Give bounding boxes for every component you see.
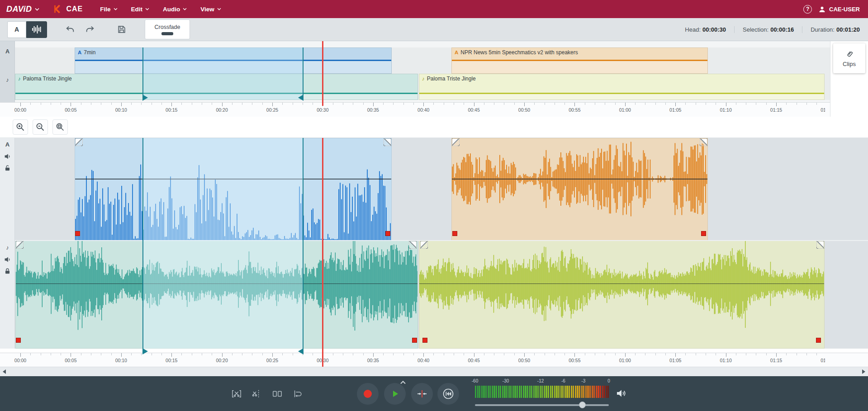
overview-clip-jingle-2[interactable]: ♪ Paloma Triste Jingle [419, 74, 825, 100]
music-note-icon: ♪ [422, 76, 425, 81]
overview-selection-region[interactable] [142, 47, 304, 100]
monitor-speaker-button[interactable] [616, 388, 627, 400]
selection-start-marker[interactable] [142, 348, 148, 354]
clip-lower-shade [419, 94, 824, 100]
user-icon [818, 5, 826, 13]
undo-icon [65, 24, 75, 34]
clip-end-marker[interactable] [816, 338, 821, 343]
clip-jingle-2[interactable] [419, 241, 825, 349]
time-info: Head:00:00:30 Selection:00:00:16 Duratio… [677, 18, 868, 41]
horizontal-scrollbar[interactable] [0, 367, 868, 376]
waveform-mode-button[interactable] [26, 21, 47, 38]
help-label: ? [806, 6, 809, 12]
volume-slider-track[interactable] [475, 404, 609, 406]
main-ruler[interactable]: 00:0000:0500:1000:1500:2000:2500:3000:35… [0, 353, 868, 367]
cut-at-playhead-button[interactable] [251, 389, 262, 400]
zoom-fit-button[interactable] [52, 119, 68, 135]
a-mode-button[interactable]: A [7, 21, 26, 38]
skip-to-start-button[interactable] [437, 383, 459, 405]
menu-audio[interactable]: Audio [163, 6, 187, 13]
ruler-minor-ticks [20, 103, 825, 105]
zoom-in-button[interactable] [13, 119, 28, 135]
scroll-right-button[interactable] [862, 369, 865, 374]
fade-out-handle[interactable] [409, 241, 417, 249]
menu-file-label: File [100, 6, 110, 13]
revert-edit-button[interactable] [292, 389, 303, 400]
fade-in-handle[interactable] [420, 241, 428, 249]
track-editor: A ♪ [0, 138, 868, 349]
selection-end-marker[interactable] [298, 348, 304, 354]
zero-line [419, 283, 824, 284]
save-button[interactable] [115, 23, 128, 36]
waveform-icon [32, 25, 42, 34]
volume-slider-thumb[interactable] [579, 402, 586, 408]
selection-start-marker[interactable] [142, 94, 148, 101]
david-logo[interactable]: DAViD [6, 5, 39, 14]
redo-button[interactable] [83, 23, 97, 36]
chevron-down-icon [35, 8, 39, 11]
overview-clip-npr-title: A NPR News 5min Speechmatics v2 with spe… [455, 49, 706, 56]
transport-bar: -60-30-12-6-30 [0, 376, 868, 411]
clip-start-marker[interactable] [422, 338, 427, 343]
cut-at-playhead-icon [251, 389, 262, 399]
selection-region[interactable] [142, 138, 304, 349]
play-options-caret[interactable] [400, 379, 406, 386]
undo-button[interactable] [63, 23, 77, 36]
help-button[interactable]: ? [803, 5, 812, 14]
menu-file[interactable]: File [100, 6, 117, 13]
chevron-up-icon [400, 381, 406, 384]
paperclip-icon [843, 47, 855, 60]
split-clip-button[interactable] [272, 389, 283, 400]
fade-out-handle[interactable] [384, 138, 391, 146]
clip-end-marker[interactable] [701, 231, 706, 236]
crossfade-icon [161, 32, 173, 35]
meter-scale-label: -12 [537, 378, 544, 383]
clips-button[interactable]: Clips [833, 43, 865, 73]
menu-audio-label: Audio [163, 6, 180, 13]
fade-out-handle[interactable] [700, 138, 707, 146]
scroll-left-button[interactable] [3, 369, 6, 374]
user-menu[interactable]: CAE-USER [818, 5, 860, 13]
go-to-playhead-icon [417, 389, 427, 398]
clip-npr[interactable] [451, 138, 708, 241]
playhead[interactable] [322, 138, 323, 367]
waveform-jingle-2-canvas [419, 241, 824, 348]
fade-out-handle[interactable] [816, 241, 824, 249]
track-a-unlock-icon[interactable] [0, 165, 15, 171]
track-music-label: ♪ [0, 244, 15, 251]
overview-playhead[interactable] [322, 41, 323, 106]
zoom-out-button[interactable] [33, 119, 48, 135]
menu-edit[interactable]: Edit [131, 6, 150, 13]
overview-clip-jingle-2-title: ♪ Paloma Triste Jingle [422, 76, 822, 82]
track-music-lock-icon[interactable] [0, 268, 15, 274]
go-to-playhead-button[interactable] [411, 383, 433, 405]
revert-edit-icon [292, 389, 303, 399]
record-button[interactable] [357, 383, 379, 405]
clip-start-marker[interactable] [16, 338, 21, 343]
play-button[interactable] [384, 383, 406, 405]
selection-time: Selection:00:00:16 [734, 26, 802, 33]
track-a-speaker-icon[interactable] [0, 153, 15, 160]
fade-in-handle[interactable] [75, 138, 83, 146]
fade-in-handle[interactable] [452, 138, 460, 146]
speaker-icon [616, 388, 627, 398]
clip-end-marker[interactable] [412, 338, 417, 343]
crossfade-label: Crossfade [155, 24, 180, 30]
cae-brand: CAE [53, 4, 83, 14]
cut-selection-button[interactable] [231, 389, 242, 400]
fade-in-handle[interactable] [16, 241, 24, 249]
selection-end-marker[interactable] [298, 94, 304, 101]
menu-view[interactable]: View [200, 6, 221, 13]
toolbar: A Crossfade Head:00:00:30 Selection:00: [0, 18, 868, 41]
overview-clip-npr[interactable]: A NPR News 5min Speechmatics v2 with spe… [451, 47, 708, 74]
zero-line [452, 179, 707, 180]
overview-ruler[interactable]: 00:0000:0500:1000:1500:2000:2500:3000:35… [0, 102, 830, 117]
skip-to-start-icon [442, 388, 454, 400]
meter-scale-label: 0 [607, 378, 610, 383]
clip-start-marker[interactable] [452, 231, 457, 236]
clip-end-marker[interactable] [385, 231, 390, 236]
crossfade-button[interactable]: Crossfade [145, 19, 190, 39]
track-music-speaker-icon[interactable] [0, 256, 15, 263]
clip-start-marker[interactable] [75, 231, 80, 236]
clip-lower-shade [452, 61, 707, 74]
